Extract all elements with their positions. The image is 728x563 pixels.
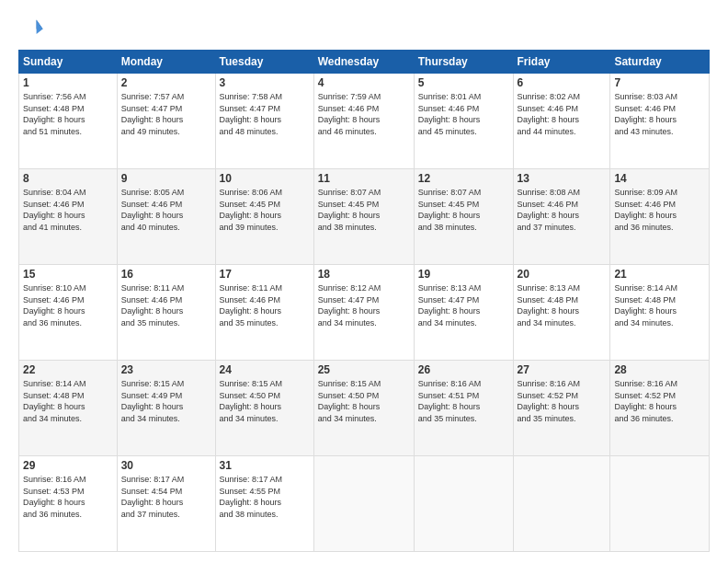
day-number: 5 (418, 76, 509, 89)
sunrise-line: Sunrise: 8:11 AM (220, 282, 310, 294)
sunrise-line: Sunrise: 8:11 AM (121, 282, 211, 294)
daylight-minutes: and 34 minutes. (418, 317, 509, 329)
daylight-minutes: and 34 minutes. (318, 413, 410, 425)
sunset-line: Sunset: 4:50 PM (318, 390, 410, 402)
sunset-line: Sunset: 4:55 PM (220, 486, 310, 498)
calendar-cell: 11 Sunrise: 8:07 AM Sunset: 4:45 PM Dayl… (313, 169, 414, 265)
daylight-line: Daylight: 8 hours (220, 401, 310, 413)
daylight-line: Daylight: 8 hours (23, 497, 113, 509)
sunset-line: Sunset: 4:47 PM (220, 103, 310, 115)
day-number: 2 (121, 76, 211, 89)
sunrise-line: Sunrise: 8:01 AM (418, 91, 509, 103)
sunset-line: Sunset: 4:46 PM (518, 199, 607, 211)
header-tuesday: Tuesday (215, 51, 313, 74)
day-number: 24 (220, 363, 310, 376)
sunrise-line: Sunrise: 8:10 AM (23, 282, 113, 294)
daylight-minutes: and 43 minutes. (614, 126, 705, 138)
daylight-minutes: and 34 minutes. (318, 317, 410, 329)
calendar-cell: 9 Sunrise: 8:05 AM Sunset: 4:46 PM Dayli… (117, 169, 215, 265)
sunrise-line: Sunrise: 8:12 AM (318, 282, 410, 294)
daylight-minutes: and 45 minutes. (418, 126, 509, 138)
header (18, 15, 710, 40)
daylight-minutes: and 48 minutes. (220, 126, 310, 138)
page: Sunday Monday Tuesday Wednesday Thursday… (0, 0, 728, 563)
day-number: 17 (220, 268, 310, 281)
calendar-cell: 26 Sunrise: 8:16 AM Sunset: 4:51 PM Dayl… (414, 361, 513, 456)
sunset-line: Sunset: 4:45 PM (220, 199, 310, 211)
calendar-cell: 10 Sunrise: 8:06 AM Sunset: 4:45 PM Dayl… (215, 169, 313, 265)
calendar-cell: 25 Sunrise: 8:15 AM Sunset: 4:50 PM Dayl… (313, 361, 414, 456)
sunset-line: Sunset: 4:45 PM (318, 199, 410, 211)
sunset-line: Sunset: 4:47 PM (121, 103, 211, 115)
daylight-minutes: and 34 minutes. (518, 317, 607, 329)
daylight-line: Daylight: 8 hours (121, 497, 211, 509)
calendar-cell: 2 Sunrise: 7:57 AM Sunset: 4:47 PM Dayli… (117, 74, 215, 169)
daylight-line: Daylight: 8 hours (614, 210, 705, 222)
sunset-line: Sunset: 4:46 PM (518, 103, 607, 115)
day-number: 28 (614, 363, 705, 376)
calendar-cell: 24 Sunrise: 8:15 AM Sunset: 4:50 PM Dayl… (215, 361, 313, 456)
day-number: 14 (614, 172, 705, 185)
sunset-line: Sunset: 4:46 PM (418, 103, 509, 115)
calendar-week-2: 8 Sunrise: 8:04 AM Sunset: 4:46 PM Dayli… (19, 169, 710, 265)
day-number: 30 (121, 459, 211, 472)
calendar-cell: 7 Sunrise: 8:03 AM Sunset: 4:46 PM Dayli… (610, 74, 710, 169)
sunset-line: Sunset: 4:46 PM (614, 199, 705, 211)
sunrise-line: Sunrise: 8:13 AM (518, 282, 607, 294)
daylight-line: Daylight: 8 hours (318, 305, 410, 317)
daylight-line: Daylight: 8 hours (23, 305, 113, 317)
sunset-line: Sunset: 4:49 PM (121, 390, 211, 402)
daylight-line: Daylight: 8 hours (418, 305, 509, 317)
sunset-line: Sunset: 4:48 PM (614, 294, 705, 306)
sunrise-line: Sunrise: 8:14 AM (614, 282, 705, 294)
calendar-cell: 16 Sunrise: 8:11 AM Sunset: 4:46 PM Dayl… (117, 265, 215, 361)
day-number: 7 (614, 76, 705, 89)
daylight-line: Daylight: 8 hours (220, 497, 310, 509)
daylight-line: Daylight: 8 hours (220, 305, 310, 317)
sunset-line: Sunset: 4:51 PM (418, 390, 509, 402)
sunrise-line: Sunrise: 7:58 AM (220, 91, 310, 103)
sunset-line: Sunset: 4:46 PM (121, 199, 211, 211)
sunrise-line: Sunrise: 8:03 AM (614, 91, 705, 103)
sunrise-line: Sunrise: 8:15 AM (220, 378, 310, 390)
daylight-line: Daylight: 8 hours (318, 114, 410, 126)
day-number: 27 (518, 363, 607, 376)
calendar-cell: 21 Sunrise: 8:14 AM Sunset: 4:48 PM Dayl… (610, 265, 710, 361)
calendar-cell: 22 Sunrise: 8:14 AM Sunset: 4:48 PM Dayl… (19, 361, 118, 456)
daylight-line: Daylight: 8 hours (23, 114, 113, 126)
sunset-line: Sunset: 4:47 PM (418, 294, 509, 306)
calendar-cell: 30 Sunrise: 8:17 AM Sunset: 4:54 PM Dayl… (117, 456, 215, 552)
logo (18, 15, 48, 40)
header-monday: Monday (117, 51, 215, 74)
header-sunday: Sunday (19, 51, 118, 74)
daylight-minutes: and 41 minutes. (23, 222, 113, 234)
daylight-minutes: and 34 minutes. (220, 413, 310, 425)
header-wednesday: Wednesday (313, 51, 414, 74)
daylight-line: Daylight: 8 hours (418, 114, 509, 126)
day-number: 1 (23, 76, 113, 89)
daylight-line: Daylight: 8 hours (121, 401, 211, 413)
calendar-body: 1 Sunrise: 7:56 AM Sunset: 4:48 PM Dayli… (19, 74, 710, 552)
sunrise-line: Sunrise: 8:02 AM (518, 91, 607, 103)
daylight-minutes: and 35 minutes. (418, 413, 509, 425)
daylight-minutes: and 38 minutes. (220, 509, 310, 521)
daylight-line: Daylight: 8 hours (318, 210, 410, 222)
calendar-cell: 23 Sunrise: 8:15 AM Sunset: 4:49 PM Dayl… (117, 361, 215, 456)
daylight-line: Daylight: 8 hours (614, 401, 705, 413)
daylight-line: Daylight: 8 hours (614, 305, 705, 317)
daylight-line: Daylight: 8 hours (518, 305, 607, 317)
day-number: 4 (318, 76, 410, 89)
sunrise-line: Sunrise: 8:07 AM (418, 187, 509, 199)
daylight-minutes: and 51 minutes. (23, 126, 113, 138)
day-number: 3 (220, 76, 310, 89)
calendar-cell: 8 Sunrise: 8:04 AM Sunset: 4:46 PM Dayli… (19, 169, 118, 265)
sunrise-line: Sunrise: 8:07 AM (318, 187, 410, 199)
sunrise-line: Sunrise: 8:16 AM (614, 378, 705, 390)
day-number: 29 (23, 459, 113, 472)
sunrise-line: Sunrise: 8:13 AM (418, 282, 509, 294)
daylight-line: Daylight: 8 hours (318, 401, 410, 413)
daylight-minutes: and 34 minutes. (121, 413, 211, 425)
day-number: 21 (614, 268, 705, 281)
calendar-cell: 17 Sunrise: 8:11 AM Sunset: 4:46 PM Dayl… (215, 265, 313, 361)
sunset-line: Sunset: 4:45 PM (418, 199, 509, 211)
